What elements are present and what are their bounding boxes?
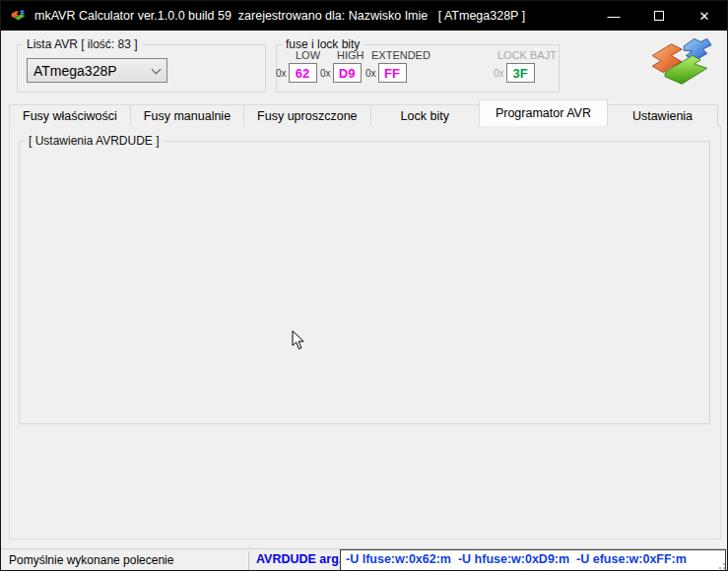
minimize-icon: — <box>608 9 621 24</box>
fuse-low-prefix: 0x <box>276 68 287 79</box>
fuse-low-label: LOW <box>296 49 320 61</box>
status-message: Pomyślnie wykonane polecenie <box>9 553 173 567</box>
minimize-button[interactable]: — <box>591 1 636 31</box>
avrdude-args-value[interactable]: -U lfuse:w:0x62:m -U hfuse:w:0xD9:m -U e… <box>340 549 726 571</box>
window-title: mkAVR Calculator ver.1.0.0 build 59 zare… <box>34 9 525 23</box>
tab-ustawienia[interactable]: Ustawienia <box>607 104 718 126</box>
app-logo-icon <box>10 8 27 24</box>
title-bar: mkAVR Calculator ver.1.0.0 build 59 zare… <box>1 1 727 31</box>
fuse-low-value[interactable]: 62 <box>289 63 317 83</box>
maximize-icon <box>654 11 664 21</box>
resize-grip[interactable] <box>715 559 725 569</box>
fuse-high-label: HIGH <box>337 49 364 61</box>
avr-list-legend: Lista AVR [ ilość: 83 ] <box>23 37 142 51</box>
avrdude-settings-group: [ Ustawienia AVRDUDE ] <box>19 134 710 424</box>
app-window: mkAVR Calculator ver.1.0.0 build 59 zare… <box>0 0 728 571</box>
avr-select[interactable]: ATmega328P <box>27 58 167 83</box>
fuse-extended-value[interactable]: FF <box>378 63 407 83</box>
avr-select-value: ATmega328P <box>33 63 117 79</box>
status-bar: Pomyślnie wykonane polecenie AVRDUDE arg… <box>1 548 727 571</box>
tab-strip: Fusy właściwości Fusy manualnie Fusy upr… <box>9 99 717 126</box>
mouse-cursor <box>292 330 305 350</box>
fuse-high-prefix: 0x <box>320 68 331 79</box>
tab-fusy-manualnie[interactable]: Fusy manualnie <box>130 104 244 126</box>
fuse-high-value[interactable]: D9 <box>333 63 362 83</box>
close-icon: ✕ <box>699 9 710 24</box>
lock-byte-prefix: 0x <box>494 68 504 79</box>
lock-byte-label: LOCK BAJT <box>497 49 557 61</box>
close-button[interactable]: ✕ <box>682 1 727 31</box>
tab-programator-avr[interactable]: Programator AVR <box>479 99 608 126</box>
tab-fusy-wlasciwosci[interactable]: Fusy właściwości <box>9 104 131 126</box>
fuse-extended-prefix: 0x <box>365 68 376 79</box>
tab-lock-bity[interactable]: Lock bity <box>370 104 480 126</box>
avrdude-args-label: AVRDUDE arg. <box>256 552 342 566</box>
chevron-down-icon <box>152 64 162 74</box>
avrdude-settings-legend: [ Ustawienia AVRDUDE ] <box>25 134 164 148</box>
lock-byte-value[interactable]: 3F <box>506 63 535 83</box>
fuse-extended-label: EXTENDED <box>371 49 430 61</box>
caption-buttons: — ✕ <box>591 1 727 31</box>
tab-fusy-uproszczone[interactable]: Fusy uproszczone <box>243 104 370 126</box>
status-divider <box>248 551 249 570</box>
maximize-button[interactable] <box>636 1 682 31</box>
mkavr-logo <box>645 32 714 95</box>
